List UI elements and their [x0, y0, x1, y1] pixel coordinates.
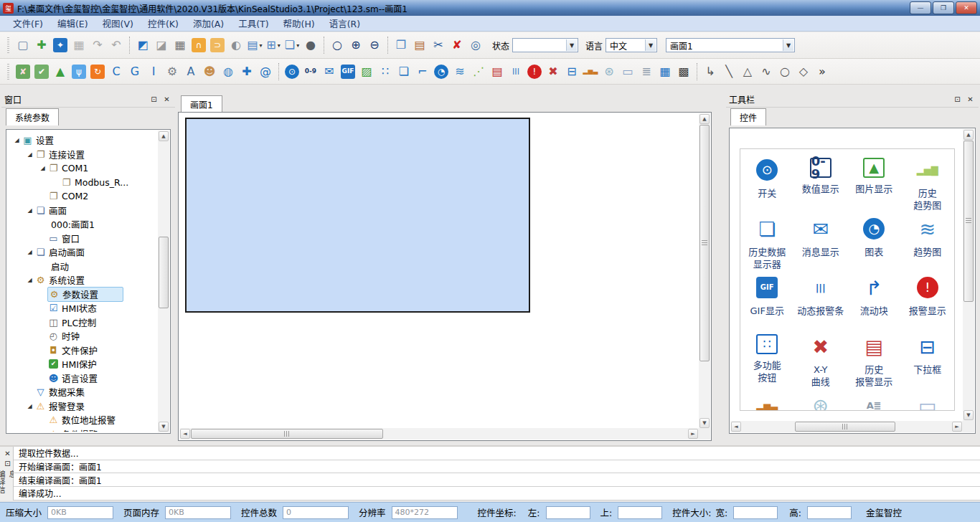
- scrollbar-thumb[interactable]: [795, 422, 895, 432]
- coordinate-left-field[interactable]: [546, 506, 590, 519]
- tree-item-startup-screen[interactable]: ◢❏启动画面: [8, 245, 156, 260]
- find-button[interactable]: ◎: [466, 35, 485, 55]
- delete-button[interactable]: ✘: [448, 35, 466, 55]
- polyline-tool-button[interactable]: ↳: [701, 62, 720, 82]
- multi-function-button-widget[interactable]: ∷多功能 按钮: [740, 334, 794, 393]
- scroll-right-icon[interactable]: ►: [952, 422, 962, 432]
- tree-item-condition-alarm[interactable]: ⚠条件报警: [8, 427, 156, 432]
- tree-item-parameter-settings[interactable]: ⚙参数设置: [8, 288, 156, 302]
- move-button[interactable]: ✚: [237, 62, 256, 82]
- zoom-out-button[interactable]: ⊖: [365, 35, 384, 55]
- zoom-in-button[interactable]: ⊕: [347, 35, 365, 55]
- tree-expander-icon[interactable]: ◢: [25, 249, 34, 255]
- trend-chart-button[interactable]: ≋: [451, 62, 469, 82]
- scroll-up-icon[interactable]: ▲: [963, 130, 974, 140]
- overflow-button[interactable]: »: [813, 62, 831, 82]
- scroll-up-icon[interactable]: ▲: [699, 114, 710, 124]
- menu-help[interactable]: 帮助(H): [276, 15, 322, 32]
- picture-display-widget[interactable]: ▲图片显示: [847, 158, 901, 217]
- status-combo[interactable]: ▼: [512, 38, 578, 52]
- screen-canvas[interactable]: [185, 118, 530, 313]
- tree-item-clock[interactable]: ◴时钟: [8, 329, 156, 343]
- tree-expander-icon[interactable]: ◢: [25, 151, 34, 158]
- new-screen-button[interactable]: ✚: [32, 35, 51, 55]
- offline-simulation-button[interactable]: ✘: [14, 62, 32, 82]
- minimize-button[interactable]: —: [910, 1, 931, 14]
- select-widget-button[interactable]: ◩: [133, 35, 152, 55]
- log-line[interactable]: 编译成功...: [14, 487, 980, 500]
- settings-gear-button[interactable]: ⚙: [163, 62, 182, 82]
- tree-item-language-settings[interactable]: ☻语言设置: [8, 371, 156, 386]
- upload-button[interactable]: ▲: [51, 62, 70, 82]
- gauge-button[interactable]: ◔: [432, 62, 451, 82]
- dynamic-alarm-button[interactable]: |||: [507, 62, 525, 82]
- numeric-display-widget[interactable]: 0-9数值显示: [794, 158, 848, 217]
- log-line[interactable]: 结束编译画面：画面1: [14, 473, 980, 487]
- compressed-size-field[interactable]: 0KB: [47, 506, 113, 519]
- tab-system-parameters[interactable]: 系统参数: [6, 108, 59, 125]
- polygon-tool-button[interactable]: △: [738, 62, 757, 82]
- web-download-button[interactable]: ◍: [219, 62, 237, 82]
- chevron-down-icon[interactable]: ▼: [783, 39, 793, 51]
- menu-add[interactable]: 添加(A): [186, 15, 231, 32]
- wheel-button[interactable]: ⊛: [600, 62, 618, 82]
- email-button[interactable]: @: [256, 62, 275, 82]
- new-file-button[interactable]: ▢: [14, 35, 32, 55]
- unlock-button[interactable]: ⊃: [208, 35, 227, 55]
- widget-count-field[interactable]: 0: [283, 506, 349, 519]
- tree-expander-icon[interactable]: ◢: [38, 165, 47, 171]
- usb-download-button[interactable]: ψ: [70, 62, 88, 82]
- keyboard-button[interactable]: ▦: [656, 62, 674, 82]
- flow-block-widget[interactable]: ↱流动块: [847, 275, 901, 334]
- tree-item-com1[interactable]: ◢❐COM1: [8, 161, 156, 176]
- bar-chart-widget[interactable]: ▂▅▃: [740, 393, 794, 411]
- editor-vertical-scrollbar[interactable]: ▲ ▼: [699, 113, 710, 429]
- scrollbar-thumb[interactable]: [699, 125, 710, 361]
- toolbox-horizontal-scrollbar[interactable]: ◄ ►: [730, 421, 963, 432]
- menu-tools[interactable]: 工具(T): [231, 15, 275, 32]
- tree-item-system-settings[interactable]: ◢⚙系统设置: [8, 273, 156, 288]
- menu-language[interactable]: 语言(R): [322, 15, 367, 32]
- tree-expander-icon[interactable]: ◢: [12, 137, 22, 143]
- history-data-display-widget[interactable]: ❏历史数据 显示器: [740, 217, 794, 275]
- scroll-down-icon[interactable]: ▼: [159, 422, 169, 432]
- float-panel-icon[interactable]: ⊡: [149, 94, 159, 105]
- numeric-display-button[interactable]: 0-9: [301, 62, 320, 82]
- scrollbar-thumb[interactable]: [963, 141, 974, 302]
- script-c-button[interactable]: C: [107, 62, 126, 82]
- menu-widget[interactable]: 控件(K): [141, 15, 186, 32]
- tree-item-plc-control[interactable]: ◫PLC控制: [8, 315, 156, 330]
- size-height-field[interactable]: [807, 506, 852, 519]
- sphere-button[interactable]: ●: [301, 35, 320, 55]
- log-line[interactable]: 提取控件数据...: [14, 447, 980, 460]
- text-list-widget[interactable]: A≣: [847, 393, 901, 411]
- screen-combo[interactable]: 画面1 ▼: [666, 38, 795, 52]
- resolution-field[interactable]: 480*272: [392, 506, 458, 519]
- menu-edit[interactable]: 编辑(E): [50, 15, 95, 32]
- tree-item-data-collection[interactable]: ▽数据采集: [8, 385, 156, 399]
- gif-display-widget[interactable]: GIFGIF显示: [740, 275, 794, 334]
- coordinate-top-field[interactable]: [618, 506, 662, 519]
- open-project-button[interactable]: ✦: [51, 35, 70, 55]
- script-g-button[interactable]: G: [126, 62, 144, 82]
- line-tool-button[interactable]: ╲: [720, 62, 738, 82]
- tree-item-screen1[interactable]: 000:画面1: [8, 217, 156, 232]
- tree-item-alarm-login[interactable]: ◢⚠报警登录: [8, 399, 156, 414]
- close-button[interactable]: ✕: [956, 1, 977, 14]
- restore-button[interactable]: ❐: [933, 1, 954, 14]
- ruler-widget[interactable]: ▭: [901, 393, 955, 411]
- dynamic-alarm-widget[interactable]: |||动态报警条: [794, 275, 848, 334]
- compile-button[interactable]: ↻: [88, 62, 107, 82]
- ruler-button[interactable]: ▭: [618, 62, 637, 82]
- align-button[interactable]: ▤▾: [245, 35, 264, 55]
- chevron-down-icon[interactable]: ▾: [260, 42, 263, 49]
- page-memory-field[interactable]: 0KB: [165, 506, 231, 519]
- chevron-down-icon[interactable]: ▾: [296, 42, 299, 49]
- scroll-down-icon[interactable]: ▼: [963, 410, 974, 420]
- switch-widget[interactable]: ⊙开关: [740, 158, 794, 217]
- tree-item-file-protection[interactable]: ◘文件保护: [8, 343, 156, 358]
- scroll-left-icon[interactable]: ◄: [731, 422, 741, 432]
- chart-widget[interactable]: ◔图表: [847, 217, 901, 275]
- toolbox-vertical-scrollbar[interactable]: ▲ ▼: [963, 129, 974, 421]
- chevron-down-icon[interactable]: ▾: [278, 42, 281, 49]
